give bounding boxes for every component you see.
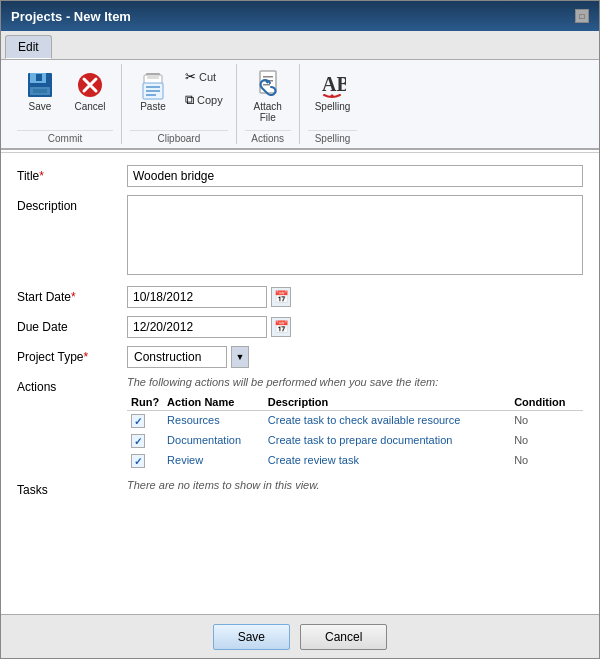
ribbon-tabs: Edit — [1, 31, 599, 60]
col-run: Run? — [127, 394, 163, 411]
project-type-row: Project Type* Construction ▼ — [17, 346, 583, 368]
ribbon-group-actions: Attach File Actions — [237, 64, 300, 144]
copy-button[interactable]: ⧉ Copy — [180, 89, 228, 111]
paste-label: Paste — [140, 101, 166, 112]
svg-rect-16 — [263, 76, 273, 78]
paste-icon — [137, 69, 169, 101]
ribbon-group-clipboard: Paste ✂ Cut ⧉ Copy Clipboard — [122, 64, 237, 144]
footer-save-button[interactable]: Save — [213, 624, 290, 650]
commit-group-label: Commit — [17, 130, 113, 144]
main-window: Projects - New Item □ Edit — [0, 0, 600, 659]
start-date-control: 📅 — [127, 286, 583, 308]
ribbon-group-commit: Save Cancel Commit — [9, 64, 122, 144]
attach-label-2: File — [260, 112, 276, 123]
paste-button[interactable]: Paste — [130, 64, 176, 117]
svg-line-19 — [266, 81, 268, 83]
description-row: Description — [17, 195, 583, 278]
due-date-wrapper: 📅 — [127, 316, 583, 338]
actions-buttons: Attach File — [245, 64, 291, 128]
spelling-button[interactable]: ABC Spelling — [308, 64, 358, 117]
save-label: Save — [29, 101, 52, 112]
actions-control: The following actions will be performed … — [127, 376, 583, 471]
clipboard-buttons: Paste ✂ Cut ⧉ Copy — [130, 64, 228, 128]
start-date-row: Start Date* 📅 — [17, 286, 583, 308]
svg-rect-4 — [33, 89, 47, 93]
actions-table: Run? Action Name Description Condition R… — [127, 394, 583, 471]
cancel-icon — [74, 69, 106, 101]
due-date-label: Due Date — [17, 316, 127, 334]
copy-label: Copy — [197, 94, 223, 106]
action-checkbox-cell-2[interactable] — [127, 451, 163, 471]
tasks-row: Tasks There are no items to show in this… — [17, 479, 583, 497]
save-icon — [24, 69, 56, 101]
title-controls: □ — [575, 9, 589, 23]
restore-button[interactable]: □ — [575, 9, 589, 23]
tab-edit[interactable]: Edit — [5, 35, 52, 59]
attach-file-button[interactable]: Attach File — [245, 64, 291, 128]
action-condition-0: No — [510, 411, 583, 432]
action-name-2: Review — [163, 451, 264, 471]
action-desc-2: Create review task — [264, 451, 510, 471]
action-checkbox-2[interactable] — [131, 454, 145, 468]
svg-text:ABC: ABC — [322, 73, 346, 95]
due-date-row: Due Date 📅 — [17, 316, 583, 338]
tasks-info-text: There are no items to show in this view. — [127, 479, 583, 491]
table-row: Documentation Create task to prepare doc… — [127, 431, 583, 451]
actions-info-text: The following actions will be performed … — [127, 376, 583, 388]
title-input[interactable] — [127, 165, 583, 187]
action-checkbox-cell-1[interactable] — [127, 431, 163, 451]
ribbon-group-spelling: ABC Spelling Spelling — [300, 64, 366, 144]
cancel-label: Cancel — [74, 101, 105, 112]
svg-rect-2 — [36, 74, 42, 81]
description-input[interactable] — [127, 195, 583, 275]
actions-group-label: Actions — [245, 130, 291, 144]
title-required: * — [39, 169, 44, 183]
start-date-input[interactable] — [127, 286, 267, 308]
spelling-group-label: Spelling — [308, 130, 358, 144]
project-type-control: Construction ▼ — [127, 346, 583, 368]
cut-label: Cut — [199, 71, 216, 83]
action-name-1: Documentation — [163, 431, 264, 451]
start-date-label: Start Date* — [17, 286, 127, 304]
due-date-input[interactable] — [127, 316, 267, 338]
cut-button[interactable]: ✂ Cut — [180, 66, 228, 87]
cut-icon: ✂ — [185, 69, 196, 84]
copy-icon: ⧉ — [185, 92, 194, 108]
title-row: Title* — [17, 165, 583, 187]
attach-file-icon — [252, 69, 284, 101]
start-date-wrapper: 📅 — [127, 286, 583, 308]
save-button[interactable]: Save — [17, 64, 63, 117]
description-label: Description — [17, 195, 127, 213]
col-description: Description — [264, 394, 510, 411]
start-date-calendar-icon[interactable]: 📅 — [271, 287, 291, 307]
project-type-dropdown-button[interactable]: ▼ — [231, 346, 249, 368]
title-control-area — [127, 165, 583, 187]
svg-rect-14 — [146, 94, 156, 96]
action-name-0: Resources — [163, 411, 264, 432]
due-date-control: 📅 — [127, 316, 583, 338]
project-type-wrapper: Construction ▼ — [127, 346, 583, 368]
svg-rect-12 — [146, 86, 160, 88]
spelling-buttons: ABC Spelling — [308, 64, 358, 128]
project-type-label: Project Type* — [17, 346, 127, 364]
attach-label-1: Attach — [254, 101, 282, 112]
action-checkbox-cell-0[interactable] — [127, 411, 163, 432]
window-title: Projects - New Item — [11, 9, 131, 24]
action-checkbox-1[interactable] — [131, 434, 145, 448]
action-desc-1: Create task to prepare documentation — [264, 431, 510, 451]
project-type-required: * — [83, 350, 88, 364]
table-row: Review Create review task No — [127, 451, 583, 471]
description-control-area — [127, 195, 583, 278]
ribbon-toolbar: Save Cancel Commit — [1, 60, 599, 150]
svg-rect-18 — [263, 84, 270, 86]
svg-rect-10 — [147, 75, 159, 79]
cancel-button[interactable]: Cancel — [67, 64, 113, 117]
action-desc-0: Create task to check available resource — [264, 411, 510, 432]
form-area: Title* Description Start Date* 📅 — [1, 155, 599, 614]
due-date-calendar-icon[interactable]: 📅 — [271, 317, 291, 337]
footer-cancel-button[interactable]: Cancel — [300, 624, 387, 650]
title-label: Title* — [17, 165, 127, 183]
action-checkbox-0[interactable] — [131, 414, 145, 428]
action-condition-1: No — [510, 431, 583, 451]
spelling-label: Spelling — [315, 101, 351, 112]
